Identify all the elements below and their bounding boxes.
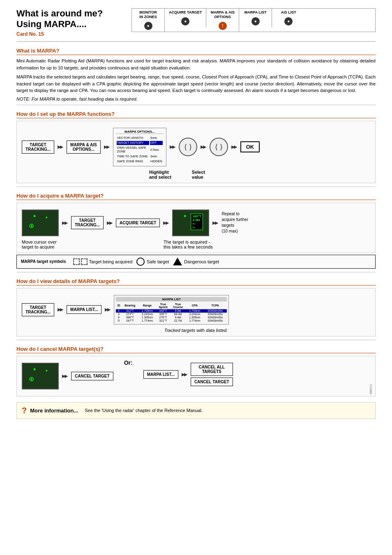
target-tracking-btn-2[interactable]: TARGETTRACKING... — [71, 216, 104, 229]
row1-range: 1.739nm — [138, 309, 156, 313]
question-mark-icon: ? — [22, 406, 27, 415]
row3-cpa: 1.305nm — [186, 316, 203, 319]
hs-labels-row: Highlightand select Selectvalue — [149, 170, 370, 180]
radar-cancel-blip-1: ✦ — [45, 368, 48, 373]
marpa-options-panel: MARPA OPTIONS... VECTOR LENGTH 6min TARG… — [113, 128, 166, 166]
cancel-steps: ✦ ◆ ⊕ CANCEL TARGET Or: MARPA LIST... CA… — [22, 359, 370, 393]
marpa-list-btn-1[interactable]: MARPA LIST... — [67, 305, 101, 314]
arrow-5 — [231, 145, 237, 149]
tab-marpa-list[interactable]: MARPA LIST ● — [239, 9, 272, 27]
arrow-view-2 — [105, 307, 111, 312]
row4-range: 1.774nm — [138, 319, 156, 322]
option-own-vessel: OWN VESSEL SAFE ZONE 0.5nm — [117, 146, 163, 154]
arrow-2 — [104, 145, 110, 149]
row4-course: 22.7kt — [170, 319, 186, 322]
acquiring-label: Target being acquired — [89, 259, 132, 264]
row4-bearing: 247°T — [122, 319, 138, 322]
setup-diagram: TARGETTRACKING... MARPA & AISOPTIONS... … — [16, 121, 376, 183]
row1-cpa: 1.739nm — [186, 309, 203, 313]
circle-icon — [136, 258, 145, 266]
option-vector-length: VECTOR LENGTH 6min — [117, 136, 163, 140]
dangerous-label: Dangerous target — [184, 259, 219, 264]
acquire-captions: Move cursor overtarget to acquire The ta… — [22, 240, 370, 249]
tab-ais-list[interactable]: AIS LIST ● — [272, 9, 305, 27]
row1-id: 2 — [116, 309, 121, 313]
row3-bearing: 086°T — [122, 316, 138, 319]
acquiring-symbol: Target being acquired — [73, 258, 132, 265]
option-time-safe: TIME TO SAFE ZONE 3min — [117, 154, 163, 159]
tab-marpa-ais-options[interactable]: MARPA & AISOPTIONS ! — [206, 9, 239, 32]
option-target-history: TARGET HISTORY OFF — [117, 141, 163, 145]
marpa-row-3: 4 086°T 1.305nm 276°T 9.4kt 1.305nm 00h0… — [116, 316, 227, 319]
tab-label-marpa-ais: MARPA & AISOPTIONS — [211, 10, 235, 19]
tab-acquire-target[interactable]: ACQUIRE TARGET ● — [165, 9, 206, 27]
ok-button[interactable]: OK — [240, 141, 260, 152]
more-info-box: ? More information... See the 'Using the… — [16, 402, 376, 419]
options-panel-title: MARPA OPTIONS... — [116, 130, 164, 134]
col-true-speed: TrueSpeed — [156, 302, 170, 309]
row3-id: 4 — [116, 316, 121, 319]
header-title-block: What is around me? Using MARPA.... Card … — [16, 8, 131, 37]
tab-label-marpa-list: MARPA LIST — [244, 10, 267, 15]
marpa-note: NOTE: For MARPA to operate, fast heading… — [16, 97, 376, 101]
option-value-vessel: 0.5nm — [150, 146, 163, 154]
view-steps-row: TARGETTRACKING... MARPA LIST... MARPA LI… — [22, 295, 370, 325]
marpa-list-panel: MARPA LIST ID Bearing Range TrueSpeed Tr… — [114, 295, 229, 325]
cancel-all-targets-btn[interactable]: CANCEL ALL TARGETS — [191, 363, 233, 376]
para-marpa-1: Mini Automatic Radar Plotting Aid (MARPA… — [16, 58, 376, 71]
row1-tcpa: 00h00m00s — [203, 309, 227, 313]
radar-before: ✦ ◆ ⊕ — [22, 210, 59, 236]
marpa-row-2: 3 274°T 3.242nm 335°T 68.4kt 3.242nm 00h… — [116, 313, 227, 316]
row2-bearing: 274°T — [122, 313, 138, 316]
dotted-square-icon — [73, 258, 80, 265]
cancel-target-btn[interactable]: CANCEL TARGET — [71, 372, 113, 380]
card-number: Card No. 15 — [16, 31, 131, 37]
cursor-cross: ⊕ — [29, 222, 34, 230]
row3-course: 9.4kt — [170, 316, 186, 319]
move-cursor-label: Move cursor overtarget to acquire — [22, 240, 57, 249]
marpa-ais-options-btn[interactable]: MARPA & AISOPTIONS... — [67, 140, 101, 154]
cancel-target-btn-2[interactable]: CANCEL TARGET — [191, 378, 233, 386]
arrow-acquire-4 — [212, 221, 218, 225]
col-bearing: Bearing — [122, 302, 138, 309]
navigation-tabs: MONITORIN ZONES ● ACQUIRE TARGET ● MARPA… — [131, 8, 376, 32]
option-label-vector: VECTOR LENGTH — [117, 136, 149, 140]
option-safe-ring: SAFE ZONE RING HIDDEN — [117, 159, 163, 164]
row1-course: 9.9kt — [170, 309, 186, 313]
dangerous-symbol: Dangerous target — [173, 258, 219, 265]
marpa-row-1: 2 312°T 1.739nm 342°T 9.9kt 1.739nm 00h0… — [116, 309, 227, 313]
heading-acquire: How do I acquire a MARPA target? — [16, 193, 376, 200]
option-label-vessel: OWN VESSEL SAFE ZONE — [117, 146, 149, 154]
dial-1[interactable]: ⟨ ⟩ — [179, 138, 197, 156]
cancel-right-options: CANCEL ALL TARGETS CANCEL TARGET — [191, 363, 233, 386]
target-tracking-btn-3[interactable]: TARGETTRACKING... — [22, 303, 54, 316]
radar-cancel: ✦ ◆ ⊕ — [22, 363, 59, 389]
tab-monitor-zones[interactable]: MONITORIN ZONES ● — [132, 9, 165, 32]
row3-speed: 276°T — [156, 316, 170, 319]
page-header: What is around me? Using MARPA.... Card … — [16, 8, 376, 42]
option-label-time: TIME TO SAFE ZONE — [117, 154, 149, 159]
target-tracking-btn-1[interactable]: TARGETTRACKING... — [22, 140, 54, 154]
radar-blip-1: ✦ — [45, 215, 48, 220]
symbols-heading: MARPA target symbols — [21, 259, 66, 264]
arrow-acquire-2 — [107, 221, 113, 225]
marpa-list-btn-2[interactable]: MARPA LIST... — [143, 370, 178, 379]
row2-cpa: 3.242nm — [186, 313, 203, 316]
dial-select: ⟨ ⟩ — [210, 138, 228, 156]
more-info-title: More information... — [30, 408, 78, 414]
acquire-steps-row: ✦ ◆ ⊕ TARGETTRACKING... ACQUIRE TARGET ✦… — [22, 210, 370, 236]
dial-highlight: ⟨ ⟩ — [179, 138, 197, 156]
acquire-target-btn[interactable]: ACQUIRE TARGET — [116, 219, 160, 227]
col-id: ID — [116, 302, 121, 309]
arrow-acquire-1 — [62, 221, 68, 225]
tab-icon-marpa-ais: ! — [219, 22, 227, 30]
radar-cancel-blip-2: ◆ — [33, 367, 36, 371]
row2-speed: 335°T — [156, 313, 170, 316]
cancel-cursor: ⊕ — [29, 375, 34, 383]
row2-tcpa: 00h00m00s — [203, 313, 227, 316]
heading-what-is-marpa: What is MARPA? — [16, 48, 376, 55]
arrow-4 — [201, 145, 206, 149]
safe-symbol: Safe target — [136, 258, 169, 266]
row4-cpa: 1.774nm — [186, 319, 203, 322]
dial-2[interactable]: ⟨ ⟩ — [210, 138, 228, 156]
